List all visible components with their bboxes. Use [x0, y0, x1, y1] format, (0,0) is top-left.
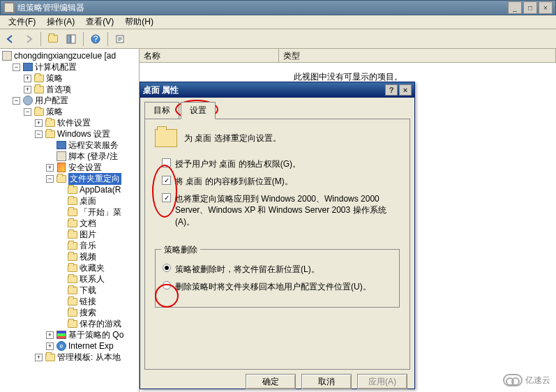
content-panel: 名称 类型 此视图中没有可显示的项目。 桌面 属性 ? × 目标 设置 为 桌面… — [140, 49, 556, 392]
tree-saved-games[interactable]: 保存的游戏 — [1, 318, 137, 329]
svg-rect-1 — [71, 35, 75, 43]
dialog-buttons: 确定 取消 应用(A) — [140, 370, 414, 392]
tree-policies[interactable]: +策略 — [1, 73, 137, 84]
minimize-button[interactable]: _ — [508, 1, 522, 14]
tree-documents[interactable]: 文档 — [1, 218, 137, 229]
tree-policies2[interactable]: −策略 — [1, 106, 137, 117]
tree-downloads[interactable]: 下载 — [1, 285, 137, 296]
tree-policy-qos[interactable]: +基于策略的 Qo — [1, 329, 137, 340]
window-title: 组策略管理编辑器 — [17, 2, 508, 14]
checkbox-icon[interactable] — [162, 193, 171, 202]
collapse-icon[interactable]: − — [46, 175, 54, 183]
tree-admin-templates[interactable]: +管理模板: 从本地 — [1, 352, 137, 363]
tree-contacts[interactable]: 联系人 — [1, 273, 137, 285]
tree-scripts[interactable]: 脚本 (登录/注 — [1, 151, 137, 162]
radio-leave-files[interactable]: 策略被删除时，将文件留在新位置(L)。 — [163, 264, 392, 276]
expand-icon[interactable]: + — [46, 164, 54, 172]
checkbox-move-contents[interactable]: 将 桌面 的内容移到新位置(M)。 — [162, 176, 400, 188]
collapse-icon[interactable]: − — [24, 108, 31, 116]
watermark-icon — [503, 374, 523, 386]
svg-text:?: ? — [93, 34, 98, 44]
expand-icon[interactable]: + — [35, 119, 43, 127]
up-button[interactable] — [45, 31, 61, 47]
checkbox-icon[interactable] — [162, 158, 171, 167]
tab-settings[interactable]: 设置 — [181, 102, 216, 119]
back-button[interactable] — [3, 31, 18, 47]
tree: chongdingxiangzuceIue [ad −计算机配置 +策略 +首选… — [0, 49, 139, 364]
dialog-description: 为 桌面 选择重定向设置。 — [184, 133, 281, 144]
tab-target[interactable]: 目标 — [144, 102, 179, 119]
window-buttons: _ □ × — [508, 1, 553, 14]
menu-action[interactable]: 操作(A) — [41, 15, 80, 29]
tree-appdata[interactable]: AppData(R — [1, 184, 137, 195]
expand-icon[interactable]: + — [46, 331, 54, 339]
dialog-titlebar[interactable]: 桌面 属性 ? × — [140, 82, 414, 98]
app-icon — [3, 2, 15, 13]
properties-dialog: 桌面 属性 ? × 目标 设置 为 桌面 选择重定向设置。 授予用户对 桌面 的… — [140, 82, 415, 389]
tree-computer-cfg[interactable]: −计算机配置 — [1, 61, 137, 73]
watermark: 亿速云 — [503, 374, 550, 386]
menubar: 文件(F) 操作(A) 查看(V) 帮助(H) — [0, 15, 556, 29]
show-tree-button[interactable] — [63, 31, 79, 47]
expand-icon[interactable]: + — [35, 354, 43, 361]
dialog-help-button[interactable]: ? — [385, 84, 398, 96]
tree-startmenu[interactable]: 「开始」菜 — [1, 206, 137, 218]
tree-searches[interactable]: 搜索 — [1, 307, 137, 318]
folder-icon — [155, 129, 177, 147]
expand-icon[interactable]: + — [24, 75, 31, 82]
tree-videos[interactable]: 视频 — [1, 251, 137, 262]
tree-links[interactable]: 链接 — [1, 296, 137, 307]
tab-strip: 目标 设置 — [140, 98, 414, 119]
checkbox-apply-legacy[interactable]: 也将重定向策略应用到 Windows 2000、Windows 2000 Ser… — [162, 193, 400, 228]
maximize-button[interactable]: □ — [523, 1, 537, 14]
policy-removal-group: 策略删除 策略被删除时，将文件留在新位置(L)。 删除策略时将文件夹移回本地用户… — [155, 249, 400, 308]
tree-user-cfg[interactable]: −用户配置 — [1, 95, 137, 106]
col-name[interactable]: 名称 — [140, 49, 279, 62]
tree-music[interactable]: 音乐 — [1, 240, 137, 251]
tree-internet-explorer[interactable]: +eInternet Exp — [1, 340, 137, 352]
menu-view[interactable]: 查看(V) — [80, 15, 119, 29]
checkbox-icon[interactable] — [162, 176, 171, 185]
tree-remote-install[interactable]: 远程安装服务 — [1, 140, 137, 151]
toolbar: ? — [0, 29, 556, 49]
apply-button[interactable]: 应用(A) — [357, 374, 407, 389]
tree-software-settings[interactable]: +软件设置 — [1, 117, 137, 128]
checkbox-label: 将 桌面 的内容移到新位置(M)。 — [175, 176, 293, 188]
tree-preferences[interactable]: +首选项 — [1, 84, 137, 95]
list-header: 名称 类型 — [140, 49, 556, 63]
collapse-icon[interactable]: − — [13, 97, 20, 105]
close-button[interactable]: × — [539, 1, 553, 14]
checkbox-exclusive-rights[interactable]: 授予用户对 桌面 的独占权限(G)。 — [162, 158, 400, 170]
help-button[interactable]: ? — [88, 31, 103, 47]
tree-security-settings[interactable]: +安全设置 — [1, 162, 137, 173]
expand-icon[interactable]: + — [46, 342, 54, 350]
group-legend: 策略删除 — [161, 244, 200, 256]
tab-body: 为 桌面 选择重定向设置。 授予用户对 桌面 的独占权限(G)。 将 桌面 的内… — [144, 119, 410, 370]
radio-icon[interactable] — [163, 281, 171, 289]
radio-move-back[interactable]: 删除策略时将文件夹移回本地用户配置文件位置(U)。 — [163, 281, 392, 293]
export-button[interactable] — [112, 31, 128, 47]
tree-root[interactable]: chongdingxiangzuceIue [ad — [1, 50, 137, 61]
tree-pictures[interactable]: 图片 — [1, 229, 137, 240]
radio-icon[interactable] — [163, 264, 171, 272]
expand-icon[interactable]: + — [24, 86, 31, 93]
svg-rect-0 — [67, 35, 70, 43]
tree-windows-settings[interactable]: −Windows 设置 — [1, 128, 137, 140]
ok-button[interactable]: 确定 — [246, 374, 296, 389]
dialog-title: 桌面 属性 — [143, 84, 385, 96]
tree-folder-redirect[interactable]: −文件夹重定向 — [1, 173, 137, 184]
cancel-button[interactable]: 取消 — [301, 374, 352, 389]
radio-label: 策略被删除时，将文件留在新位置(L)。 — [175, 264, 320, 276]
watermark-text: 亿速云 — [525, 375, 550, 386]
menu-file[interactable]: 文件(F) — [3, 15, 41, 29]
col-type[interactable]: 类型 — [279, 49, 556, 62]
forward-button[interactable] — [21, 31, 36, 47]
window-titlebar: 组策略管理编辑器 _ □ × — [0, 0, 556, 15]
menu-help[interactable]: 帮助(H) — [119, 15, 159, 29]
tree-favorites[interactable]: 收藏夹 — [1, 262, 137, 273]
collapse-icon[interactable]: − — [35, 130, 43, 138]
dialog-close-button[interactable]: × — [399, 84, 412, 96]
collapse-icon[interactable]: − — [13, 63, 20, 71]
checkbox-label: 也将重定向策略应用到 Windows 2000、Windows 2000 Ser… — [175, 193, 400, 228]
tree-desktop[interactable]: 桌面 — [1, 195, 137, 206]
